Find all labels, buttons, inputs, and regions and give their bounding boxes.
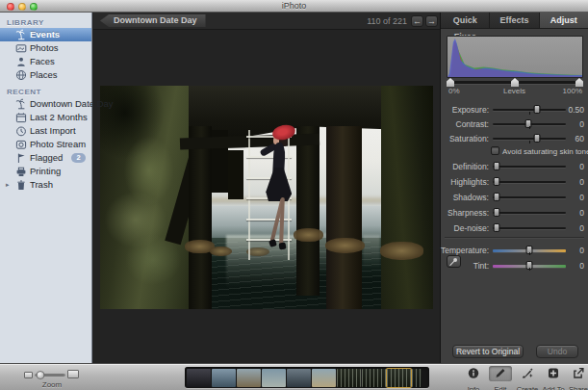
- levels-black-point-handle[interactable]: [447, 78, 454, 87]
- undo-button[interactable]: Undo: [536, 345, 578, 358]
- temperature-slider-handle[interactable]: [526, 246, 533, 254]
- tint-slider-handle[interactable]: [526, 261, 533, 270]
- levels-white-point-handle[interactable]: [575, 78, 583, 87]
- sidebar-item-printing[interactable]: Printing: [0, 165, 91, 178]
- sidebar-item-photo-stream[interactable]: Photo Stream: [0, 138, 91, 151]
- exposure-slider-handle[interactable]: [533, 105, 540, 114]
- de-noise-slider-handle[interactable]: [494, 223, 500, 232]
- highlights-slider-handle[interactable]: [494, 177, 500, 186]
- photo-barnacles: [325, 238, 366, 253]
- exposure-slider[interactable]: [493, 109, 566, 111]
- filmstrip-thumb[interactable]: [362, 369, 386, 387]
- photo-piling: [228, 150, 243, 199]
- saturation-slider-handle[interactable]: [533, 134, 540, 143]
- sidebar-item-label: Flagged: [30, 152, 63, 163]
- filmstrip: [185, 367, 429, 388]
- sidebar-item-faces[interactable]: Faces: [0, 55, 91, 68]
- info-button-label: Info: [459, 385, 488, 390]
- sidebar-item-last-2-months[interactable]: Last 2 Months: [0, 111, 91, 124]
- shadows-slider-handle[interactable]: [494, 193, 500, 201]
- printer-icon: [15, 166, 27, 177]
- back-to-event-button[interactable]: Downtown Date Day: [100, 14, 206, 27]
- sidebar-item-last-import[interactable]: Last Import: [0, 124, 91, 138]
- revert-to-original-button[interactable]: Revert to Original: [452, 345, 524, 358]
- photo-woman-silhouette: [255, 125, 305, 259]
- faces-icon: [15, 56, 27, 67]
- sharpness-slider[interactable]: [493, 212, 566, 214]
- events-icon: [15, 29, 27, 40]
- flagged-count-badge: 2: [71, 153, 86, 163]
- filmstrip-thumb[interactable]: [262, 369, 286, 387]
- sharpness-slider-row: Sharpness: 0: [441, 206, 588, 219]
- tab-adjust[interactable]: Adjust: [540, 13, 588, 28]
- main-photo[interactable]: [100, 86, 433, 309]
- zoom-slider-handle[interactable]: [37, 371, 45, 379]
- share-button[interactable]: Share: [564, 366, 588, 390]
- places-icon: [15, 69, 27, 81]
- bottom-toolbar: Zoom Info Edit Create Add To Share: [0, 363, 588, 390]
- saturation-slider[interactable]: [493, 138, 566, 140]
- previous-photo-button[interactable]: ←: [411, 15, 423, 27]
- levels-slider[interactable]: [447, 81, 583, 84]
- tab-effects[interactable]: Effects: [490, 13, 539, 28]
- event-icon: [15, 98, 27, 110]
- clock-icon: [15, 125, 27, 137]
- shadows-slider-row: Shadows: 0: [441, 191, 588, 203]
- temperature-slider[interactable]: [493, 249, 566, 252]
- filmstrip-thumb[interactable]: [212, 369, 236, 387]
- photos-icon: [15, 42, 27, 54]
- info-button[interactable]: Info: [459, 366, 488, 390]
- definition-slider[interactable]: [493, 166, 566, 168]
- create-button[interactable]: Create: [513, 366, 542, 390]
- temperature-slider-row: Temperature: 0: [441, 244, 588, 256]
- edit-button[interactable]: Edit: [486, 366, 515, 390]
- filmstrip-thumb[interactable]: [287, 369, 311, 387]
- filmstrip-thumb[interactable]: [237, 369, 261, 387]
- sidebar-item-places[interactable]: Places: [0, 68, 91, 82]
- definition-slider-handle[interactable]: [494, 162, 500, 170]
- next-photo-button[interactable]: →: [425, 15, 438, 27]
- sidebar-item-trash[interactable]: ▸ Trash: [0, 178, 91, 192]
- filmstrip-thumb[interactable]: [312, 369, 336, 387]
- edit-button-label: Edit: [486, 385, 515, 390]
- avoid-saturating-skin-tones-checkbox[interactable]: [491, 146, 499, 155]
- disclosure-triangle-icon[interactable]: ▸: [6, 178, 10, 192]
- create-button-label: Create: [513, 385, 542, 390]
- sidebar-item-label: Events: [30, 29, 60, 39]
- filmstrip-thumb[interactable]: [387, 369, 411, 387]
- photo-right-wall: [381, 86, 433, 309]
- sharpness-value: 0: [579, 208, 584, 218]
- sidebar-item-label: Photos: [30, 42, 59, 53]
- shadows-slider[interactable]: [493, 196, 566, 198]
- filmstrip-thumb[interactable]: [412, 369, 422, 387]
- contrast-slider-handle[interactable]: [525, 119, 532, 128]
- sidebar-item-flagged[interactable]: Flagged 2: [0, 151, 91, 165]
- histogram: [447, 36, 583, 78]
- photo-barnacles: [380, 242, 423, 260]
- saturation-value: 60: [575, 134, 584, 143]
- photo-counter: 110 of 221: [367, 16, 407, 26]
- tint-slider[interactable]: [493, 265, 566, 268]
- info-icon: [462, 366, 485, 381]
- filmstrip-thumb[interactable]: [187, 369, 211, 387]
- definition-value: 0: [579, 162, 584, 171]
- tab-quick-fixes[interactable]: Quick Fixes: [441, 13, 490, 28]
- sharpness-slider-handle[interactable]: [494, 208, 500, 217]
- share-icon: [567, 366, 588, 381]
- flag-icon: [15, 152, 27, 164]
- zoom-slider[interactable]: [35, 374, 65, 377]
- sidebar-item-events[interactable]: Events: [0, 28, 91, 41]
- highlights-slider[interactable]: [493, 181, 566, 183]
- de-noise-slider[interactable]: [493, 227, 566, 229]
- saturation-label: Saturation:: [441, 134, 489, 143]
- levels-midtone-handle[interactable]: [511, 78, 519, 87]
- exposure-label: Exposure:: [441, 105, 489, 115]
- sidebar-item-downtown-date-day[interactable]: Downtown Date Day: [0, 97, 91, 111]
- contrast-slider[interactable]: [493, 123, 566, 125]
- filmstrip-thumb[interactable]: [337, 369, 361, 387]
- edit-pencil-icon: [489, 366, 512, 381]
- edit-tabs: Quick Fixes Effects Adjust: [441, 13, 588, 29]
- zoom-out-thumbnail-icon: [24, 372, 33, 378]
- contrast-label: Contrast:: [441, 119, 489, 129]
- sidebar-item-photos[interactable]: Photos: [0, 41, 91, 55]
